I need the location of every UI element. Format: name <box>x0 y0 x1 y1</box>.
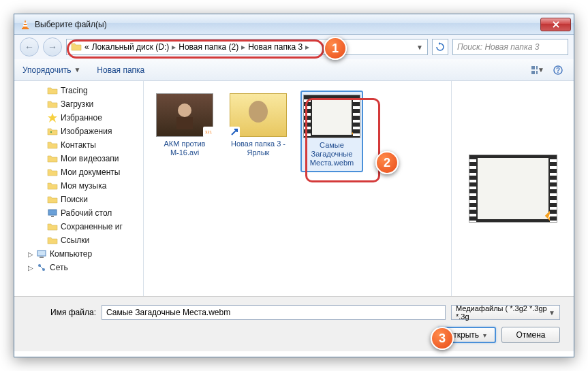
dropdown-icon[interactable]: ▼ <box>416 44 423 51</box>
chevron-right-icon: ▸ <box>241 42 245 52</box>
annotation-marker-3: 3 <box>431 327 454 350</box>
content-area: Tracing Загрузки Избранное Изображения К… <box>14 81 574 296</box>
svg-marker-11 <box>48 113 57 123</box>
video-thumbnail: 321 <box>156 93 213 137</box>
svg-marker-4 <box>439 42 441 45</box>
tree-item[interactable]: Мои видеозапи <box>14 152 143 165</box>
help-icon: ? <box>553 65 563 75</box>
breadcrumb-crumb[interactable]: Новая папка 3 <box>248 42 303 52</box>
tree-item[interactable]: Изображения <box>14 125 143 138</box>
svg-text:321: 321 <box>205 130 213 134</box>
svg-marker-28 <box>544 210 556 222</box>
svg-rect-13 <box>48 210 57 215</box>
svg-point-24 <box>249 101 268 123</box>
forward-button[interactable]: → <box>43 37 62 57</box>
svg-text:?: ? <box>556 67 560 74</box>
annotation-marker-1: 1 <box>324 37 347 60</box>
sidebar-tree[interactable]: Tracing Загрузки Избранное Изображения К… <box>14 81 144 296</box>
tree-item[interactable]: Поиски <box>14 193 143 206</box>
tree-item[interactable]: Tracing <box>14 84 143 97</box>
tree-item[interactable]: Мои документы <box>14 165 143 179</box>
refresh-icon <box>435 42 445 52</box>
tree-item[interactable]: Сохраненные иг <box>14 220 143 233</box>
svg-rect-14 <box>51 216 54 217</box>
help-button[interactable]: ? <box>551 63 566 78</box>
navigation-bar: ← → « Локальный диск (D:) ▸ Новая папка … <box>14 35 574 59</box>
folder-icon <box>47 85 58 96</box>
svg-rect-7 <box>531 71 535 74</box>
organize-menu[interactable]: Упорядочить ▼ <box>22 65 80 75</box>
back-button[interactable]: ← <box>20 37 39 57</box>
tree-item[interactable]: Контакты <box>14 138 143 152</box>
refresh-button[interactable] <box>432 39 448 55</box>
music-icon <box>47 180 58 191</box>
cancel-button[interactable]: Отмена <box>501 327 560 343</box>
view-icon <box>531 65 538 75</box>
breadcrumb-prefix: « <box>84 42 89 52</box>
links-icon <box>47 235 58 246</box>
search-folder-icon <box>47 194 58 205</box>
preview-pane: A <box>451 81 574 296</box>
svg-line-19 <box>40 265 44 270</box>
close-icon <box>553 21 559 28</box>
games-icon <box>47 221 58 232</box>
svg-point-12 <box>50 131 52 133</box>
address-bar[interactable]: « Локальный диск (D:) ▸ Новая папка (2) … <box>66 39 428 55</box>
search-placeholder: Поиск: Новая папка 3 <box>457 42 539 52</box>
svg-rect-2 <box>24 22 27 24</box>
codec-badge-icon: A <box>543 208 558 223</box>
folder-thumbnail <box>230 93 287 137</box>
shortcut-badge-icon <box>229 127 240 138</box>
tree-root-network[interactable]: ▷Сеть <box>14 261 143 274</box>
videos-icon <box>47 153 58 164</box>
tree-item[interactable]: Избранное <box>14 111 143 125</box>
titlebar[interactable]: Выберите файл(ы) <box>14 14 574 35</box>
vlc-icon <box>20 19 31 30</box>
file-item[interactable]: Новая папка 3 - Ярлык <box>227 91 290 160</box>
svg-rect-1 <box>22 28 29 29</box>
contacts-icon <box>47 140 58 150</box>
close-button[interactable] <box>540 18 571 31</box>
computer-icon <box>36 248 47 259</box>
view-mode-button[interactable]: ▼ <box>530 63 545 78</box>
documents-icon <box>47 167 58 178</box>
bottom-bar: Имя файла: Медиафайлы ( *.3g2 *.3gp *.3g… <box>14 296 574 351</box>
breadcrumb-crumb[interactable]: Новая папка (2) <box>179 42 238 52</box>
split-dropdown-icon[interactable]: ▾ <box>483 332 486 339</box>
chevron-down-icon: ▼ <box>74 66 80 74</box>
svg-rect-21 <box>176 117 193 129</box>
pictures-icon <box>47 126 58 137</box>
chevron-right-icon: ▸ <box>305 42 309 52</box>
file-filter-dropdown[interactable]: Медиафайлы ( *.3g2 *.3gp *.3g▼ <box>451 305 560 320</box>
tree-root-computer[interactable]: ▷Компьютер <box>14 247 143 261</box>
codec-badge-icon: A <box>350 128 361 139</box>
filename-input[interactable] <box>102 305 446 320</box>
file-list[interactable]: 321 АКМ против М-16.avi Новая папка 3 - … <box>144 81 451 296</box>
search-input[interactable]: Поиск: Новая папка 3 <box>452 39 568 55</box>
breadcrumb-crumb[interactable]: Локальный диск (D:) <box>92 42 170 52</box>
annotation-marker-2: 2 <box>375 151 399 174</box>
svg-rect-16 <box>40 257 44 258</box>
expand-icon[interactable]: ▷ <box>28 264 33 272</box>
file-item[interactable]: 321 АКМ против М-16.avi <box>153 91 216 160</box>
preview-thumbnail: A <box>469 155 557 223</box>
tree-item[interactable]: Рабочий стол <box>14 206 143 220</box>
svg-rect-15 <box>37 251 46 256</box>
favorites-icon <box>47 112 58 123</box>
arrow-left-icon: ← <box>25 42 34 52</box>
file-item-selected[interactable]: A Самые Загадочные Места.webm <box>300 91 363 172</box>
svg-text:A: A <box>548 212 553 220</box>
network-icon <box>36 262 47 273</box>
tree-item[interactable]: Загрузки <box>14 97 143 111</box>
svg-rect-3 <box>23 25 27 27</box>
new-folder-button[interactable]: Новая папка <box>97 65 144 75</box>
expand-icon[interactable]: ▷ <box>28 251 33 258</box>
filename-label: Имя файла: <box>28 308 96 317</box>
tree-item[interactable]: Ссылки <box>14 233 143 247</box>
svg-point-20 <box>178 103 191 117</box>
svg-marker-0 <box>22 20 28 29</box>
toolbar: Упорядочить ▼ Новая папка ▼ ? <box>14 59 574 81</box>
tree-item[interactable]: Моя музыка <box>14 179 143 193</box>
chevron-right-icon: ▸ <box>172 42 176 52</box>
chevron-down-icon: ▼ <box>548 309 555 317</box>
